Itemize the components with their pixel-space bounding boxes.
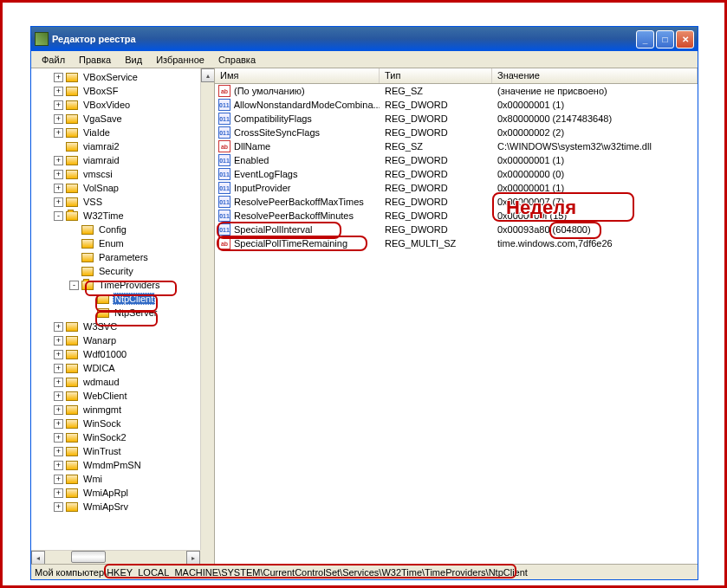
tree-node-ntpserver[interactable]: NtpServer <box>35 306 200 320</box>
expand-icon[interactable]: + <box>54 378 63 387</box>
tree-label[interactable]: Wanarp <box>81 335 118 346</box>
expand-icon[interactable]: + <box>54 156 63 165</box>
list-row[interactable]: 011EventLogFlagsREG_DWORD0x00000000 (0) <box>215 167 698 181</box>
scroll-left-icon[interactable]: ◂ <box>31 551 45 564</box>
expand-icon[interactable]: + <box>54 114 63 124</box>
tree-node-vboxservice[interactable]: +VBoxService <box>35 70 200 84</box>
titlebar[interactable]: Редактор реестра _ □ ✕ <box>31 27 698 51</box>
list-row[interactable]: 011ResolvePeerBackoffMinutesREG_DWORD0x0… <box>215 209 698 223</box>
tree-node-winsock2[interactable]: +WinSock2 <box>35 430 200 444</box>
menu-favorites[interactable]: Избранное <box>149 53 211 67</box>
scroll-thumb[interactable] <box>71 551 106 563</box>
tree-label[interactable]: Config <box>97 224 128 235</box>
tree-node-ntpclient[interactable]: NtpClient <box>35 292 200 306</box>
tree-label[interactable]: WmiApSrv <box>81 501 130 512</box>
collapse-icon[interactable]: - <box>54 211 63 221</box>
tree-label[interactable]: viamraid <box>81 155 121 165</box>
tree-label[interactable]: Wdf01000 <box>81 349 128 359</box>
expand-icon[interactable]: + <box>54 475 63 484</box>
list-row[interactable]: abSpecialPollTimeRemainingREG_MULTI_SZti… <box>215 236 698 250</box>
tree-label[interactable]: NtpServer <box>113 307 159 318</box>
list-row[interactable]: 011EnabledREG_DWORD0x00000001 (1) <box>215 153 698 167</box>
menu-edit[interactable]: Правка <box>72 53 118 67</box>
expand-icon[interactable]: + <box>54 197 63 207</box>
tree-node-winsock[interactable]: +WinSock <box>35 417 200 430</box>
tree-node-wmiaprpl[interactable]: +WmiApRpl <box>35 486 200 500</box>
tree-node-wmi[interactable]: +Wmi <box>35 472 200 486</box>
tree-node-w32time[interactable]: -W32Time <box>35 209 200 223</box>
tree-node-wmdmpmsn[interactable]: +WmdmPmSN <box>35 458 200 472</box>
tree-node-webclient[interactable]: +WebClient <box>35 389 200 403</box>
tree-label[interactable]: WinTrust <box>81 446 123 456</box>
tree-node-vboxsf[interactable]: +VBoxSF <box>35 84 200 98</box>
tree-label[interactable]: W3SVC <box>81 321 119 332</box>
column-header-type[interactable]: Тип <box>380 68 492 83</box>
expand-icon[interactable]: + <box>54 433 63 443</box>
tree-label[interactable]: Parameters <box>97 252 150 262</box>
tree-label[interactable]: vmscsi <box>81 169 114 179</box>
menu-view[interactable]: Вид <box>118 53 149 67</box>
tree-label[interactable]: TimeProviders <box>97 280 162 290</box>
expand-icon[interactable]: + <box>54 364 63 373</box>
expand-icon[interactable]: + <box>54 391 63 401</box>
tree-node-viamraid[interactable]: +viamraid <box>35 153 200 167</box>
list-row[interactable]: 011ResolvePeerBackoffMaxTimesREG_DWORD0x… <box>215 195 698 209</box>
tree-node-wintrust[interactable]: +WinTrust <box>35 444 200 458</box>
scroll-right-icon[interactable]: ▸ <box>186 551 200 564</box>
tree-label[interactable]: Enum <box>97 238 126 249</box>
tree-label[interactable]: W32Time <box>81 210 126 221</box>
list-row[interactable]: ab(По умолчанию)REG_SZ(значение не присв… <box>215 84 698 98</box>
tree-label[interactable]: WinSock2 <box>81 432 128 443</box>
tree-node-vboxvideo[interactable]: +VBoxVideo <box>35 98 200 112</box>
tree-label[interactable]: VSS <box>81 197 104 207</box>
tree-label[interactable]: ViaIde <box>81 127 112 138</box>
scroll-up-icon[interactable]: ▴ <box>201 68 215 82</box>
tree-node-viamrai2[interactable]: viamrai2 <box>35 139 200 153</box>
tree-label[interactable]: viamrai2 <box>81 141 121 152</box>
tree-label[interactable]: winmgmt <box>81 404 123 415</box>
tree-label[interactable]: WebClient <box>81 391 129 401</box>
expand-icon[interactable]: + <box>54 170 63 179</box>
column-header-value[interactable]: Значение <box>492 68 698 83</box>
expand-icon[interactable]: + <box>54 322 63 332</box>
list-row[interactable]: 011AllowNonstandardModeCombina...REG_DWO… <box>215 98 698 112</box>
expand-icon[interactable]: + <box>54 128 63 138</box>
expand-icon[interactable]: + <box>54 488 63 498</box>
expand-icon[interactable]: + <box>54 461 63 470</box>
tree-label[interactable]: VgaSave <box>81 113 124 124</box>
tree-node-viaide[interactable]: +ViaIde <box>35 126 200 139</box>
tree-label[interactable]: WDICA <box>81 363 117 373</box>
tree-node-wdica[interactable]: +WDICA <box>35 361 200 375</box>
tree-node-security[interactable]: Security <box>35 264 200 278</box>
menu-help[interactable]: Справка <box>211 53 263 67</box>
tree-scrollbar-v[interactable]: ▴ <box>200 68 214 550</box>
minimize-button[interactable]: _ <box>636 30 654 48</box>
tree-node-parameters[interactable]: Parameters <box>35 250 200 264</box>
tree-node-wdf01000[interactable]: +Wdf01000 <box>35 347 200 361</box>
list-row[interactable]: abDllNameREG_SZC:\WINDOWS\system32\w32ti… <box>215 139 698 153</box>
tree-label[interactable]: WmdmPmSN <box>81 460 143 470</box>
list-row[interactable]: 011InputProviderREG_DWORD0x00000001 (1) <box>215 181 698 195</box>
tree-node-vss[interactable]: +VSS <box>35 195 200 209</box>
list-row[interactable]: 011SpecialPollIntervalREG_DWORD0x00093a8… <box>215 223 698 236</box>
tree-label[interactable]: WinSock <box>81 418 122 429</box>
tree-node-wmiapsrv[interactable]: +WmiApSrv <box>35 500 200 514</box>
list-row[interactable]: 011CompatibilityFlagsREG_DWORD0x80000000… <box>215 112 698 126</box>
tree-label[interactable]: VBoxSF <box>81 86 120 96</box>
expand-icon[interactable]: + <box>54 73 63 82</box>
tree-label[interactable]: VBoxVideo <box>81 100 132 110</box>
column-header-name[interactable]: Имя <box>215 68 380 83</box>
expand-icon[interactable]: + <box>54 100 63 110</box>
collapse-icon[interactable]: - <box>69 281 79 290</box>
tree-node-volsnap[interactable]: +VolSnap <box>35 181 200 195</box>
tree-node-winmgmt[interactable]: +winmgmt <box>35 403 200 417</box>
tree-label[interactable]: Security <box>97 266 135 276</box>
expand-icon[interactable]: + <box>54 405 63 415</box>
tree-label[interactable]: NtpClient <box>113 293 155 305</box>
tree-node-enum[interactable]: Enum <box>35 236 200 250</box>
tree-node-config[interactable]: Config <box>35 223 200 236</box>
expand-icon[interactable]: + <box>54 447 63 456</box>
menu-file[interactable]: Файл <box>35 53 72 67</box>
tree-scrollbar-h[interactable]: ◂ ▸ <box>31 550 200 564</box>
expand-icon[interactable]: + <box>54 419 63 429</box>
